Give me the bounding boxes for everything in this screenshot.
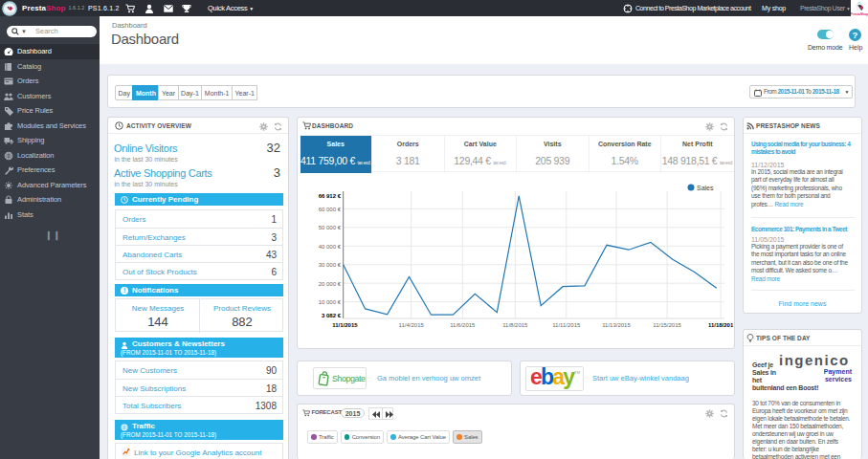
svg-text:11/13/2015: 11/13/2015 xyxy=(602,322,631,328)
svg-text:!: ! xyxy=(123,287,125,294)
svg-text:11/1/2015: 11/1/2015 xyxy=(332,322,358,328)
svg-text:11/11/2015: 11/11/2015 xyxy=(552,322,581,328)
svg-text:11/15/2015: 11/15/2015 xyxy=(653,322,681,328)
svg-text:10 000 €: 10 000 € xyxy=(319,299,342,305)
svg-text:11/4/2015: 11/4/2015 xyxy=(399,322,425,328)
svg-text:3 082 €: 3 082 € xyxy=(322,313,342,318)
svg-text:40 000 €: 40 000 € xyxy=(319,244,342,250)
svg-text:20 000 €: 20 000 € xyxy=(319,281,342,287)
svg-text:11/18/201: 11/18/201 xyxy=(708,322,734,328)
svg-text:PrestaShop: PrestaShop xyxy=(851,12,868,16)
svg-text:11/6/2015: 11/6/2015 xyxy=(450,322,476,328)
svg-text:50 000 €: 50 000 € xyxy=(319,225,342,230)
svg-text:Sales: Sales xyxy=(697,185,714,191)
svg-text:60 000 €: 60 000 € xyxy=(319,207,342,212)
svg-text:11/8/2015: 11/8/2015 xyxy=(502,322,528,328)
svg-text:66 912 €: 66 912 € xyxy=(319,193,342,199)
svg-text:30 000 €: 30 000 € xyxy=(319,262,342,268)
